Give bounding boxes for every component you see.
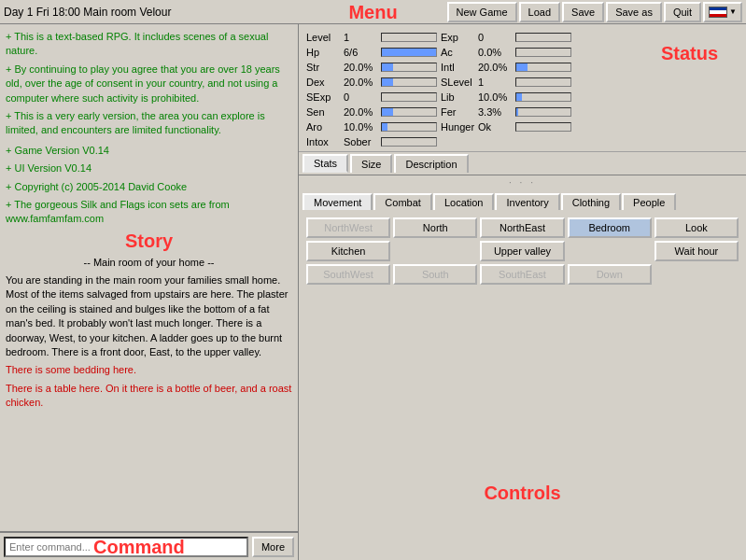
stat-row-hunger: HungerOk [439, 119, 573, 134]
move-kitchen[interactable]: Kitchen [306, 241, 390, 261]
location-description: You are standing in the main room your f… [6, 273, 292, 359]
stat-bar-container [515, 33, 571, 42]
stat-bar-container [515, 107, 571, 117]
location-story: -- Main room of your home -- You are sta… [6, 256, 292, 411]
stat-bar [382, 108, 393, 116]
intro-text: + This is a text-based RPG. It includes … [6, 30, 292, 138]
stat-bar [382, 49, 436, 56]
stat-name: Intox [306, 136, 344, 147]
move-southeast[interactable]: SouthEast [480, 264, 564, 285]
stat-name: Fer [441, 106, 478, 118]
load-button[interactable]: Load [519, 2, 560, 22]
move-south[interactable]: South [393, 264, 477, 285]
new-game-button[interactable]: New Game [447, 2, 517, 22]
ctrl-tab-people[interactable]: People [622, 193, 676, 210]
more-button[interactable]: More [252, 537, 294, 557]
stat-row-hp: Hp6/6 [304, 45, 439, 60]
dots-separator: · · · [299, 175, 746, 189]
stat-bar-container [515, 48, 571, 57]
stat-bar-container [515, 63, 571, 72]
action-look[interactable]: Look [655, 217, 739, 238]
stat-name: Dex [306, 77, 344, 88]
stat-name: Intl [441, 62, 478, 73]
stat-row-str: Str20.0% [304, 60, 439, 75]
stat-bar [516, 63, 528, 71]
stat-value: 0 [344, 91, 381, 103]
move-center-empty [393, 241, 477, 261]
move-empty-2 [568, 241, 652, 261]
move-empty-3 [655, 264, 739, 285]
stat-bar-container [381, 137, 437, 147]
info-tabs: Stats Size Description [299, 152, 746, 175]
stat-row-ac: Ac0.0% [439, 45, 573, 60]
stat-name: SLevel [441, 77, 478, 88]
command-label: Command [93, 537, 185, 558]
ctrl-tab-clothing[interactable]: Clothing [561, 193, 621, 210]
stat-name: Hp [306, 47, 344, 58]
stat-value: 20.0% [344, 62, 381, 73]
stat-row-dex: Dex20.0% [304, 75, 439, 90]
stat-bar-container [515, 77, 571, 87]
language-button[interactable]: ▼ [703, 2, 742, 22]
tab-description[interactable]: Description [394, 154, 468, 173]
stat-bar-container [515, 122, 571, 132]
version-line-1: + Game Version V0.14 [6, 144, 292, 158]
ctrl-tab-location[interactable]: Location [433, 193, 495, 210]
action-wait-hour[interactable]: Wait hour [655, 241, 739, 261]
story-label: Story [6, 231, 292, 252]
stat-value: 1 [478, 77, 515, 88]
version-line-2: + UI Version V0.14 [6, 161, 292, 175]
move-bedroom[interactable]: Bedroom [568, 217, 652, 238]
stat-value: 0 [478, 32, 515, 43]
ctrl-tab-inventory[interactable]: Inventory [495, 193, 559, 210]
stat-value: Ok [478, 121, 515, 133]
stat-bar-container [515, 92, 571, 102]
chevron-down-icon: ▼ [729, 7, 737, 16]
version-text: + Game Version V0.14 + UI Version V0.14 … [6, 144, 292, 227]
stat-name: Ac [441, 47, 478, 58]
stats-grid: Level1Exp0Hp6/6Ac0.0%Str20.0%Intl20.0%De… [304, 30, 510, 149]
stat-row-exp: Exp0 [439, 30, 573, 45]
stat-bar-container [381, 107, 437, 117]
stat-bar-container [381, 77, 437, 87]
move-northwest[interactable]: NorthWest [306, 217, 390, 238]
movement-grid: NorthWest North NorthEast Bedroom Look K… [303, 214, 742, 288]
version-line-4: + The gorgeous Silk and Flags icon sets … [6, 198, 292, 227]
move-northeast[interactable]: NorthEast [480, 217, 564, 238]
save-as-button[interactable]: Save as [606, 2, 662, 22]
command-bar: More Command [0, 532, 298, 560]
stat-value: 6/6 [344, 47, 381, 58]
stat-value: 10.0% [478, 91, 515, 103]
stat-name: Str [306, 62, 344, 73]
stat-row-aro: Aro10.0% [304, 119, 439, 134]
status-section: Level1Exp0Hp6/6Ac0.0%Str20.0%Intl20.0%De… [299, 24, 746, 152]
stat-row-intox: IntoxSober [304, 134, 439, 149]
ctrl-tab-movement[interactable]: Movement [303, 193, 373, 210]
save-button[interactable]: Save [562, 2, 604, 22]
stat-value: 20.0% [344, 77, 381, 88]
status-label: Status [661, 43, 718, 64]
flag-icon [709, 7, 727, 18]
stat-bar-container [381, 48, 437, 57]
tab-stats[interactable]: Stats [303, 154, 348, 173]
move-down[interactable]: Down [568, 264, 652, 285]
controls-section: Movement Combat Location Inventory Cloth… [299, 189, 746, 560]
stat-row-sen: Sen20.0% [304, 105, 439, 119]
stat-name: Hunger [441, 121, 478, 133]
story-area: + This is a text-based RPG. It includes … [0, 24, 298, 532]
move-north[interactable]: North [393, 217, 477, 238]
move-southwest[interactable]: SouthWest [306, 264, 390, 285]
quit-button[interactable]: Quit [664, 2, 701, 22]
stat-row-fer: Fer3.3% [439, 105, 573, 119]
left-panel: + This is a text-based RPG. It includes … [0, 24, 299, 560]
move-upper-valley[interactable]: Upper valley [480, 241, 564, 261]
intro-line-2: + By continuing to play you agree that y… [6, 63, 292, 105]
stat-value: 3.3% [478, 106, 515, 118]
top-bar: Day 1 Fri 18:00 Main room Velour Menu Ne… [0, 0, 746, 24]
control-tabs: Movement Combat Location Inventory Cloth… [303, 193, 742, 210]
stat-name: Lib [441, 91, 478, 103]
main-layout: + This is a text-based RPG. It includes … [0, 24, 746, 560]
intro-line-1: + This is a text-based RPG. It includes … [6, 30, 292, 59]
ctrl-tab-combat[interactable]: Combat [373, 193, 432, 210]
tab-size[interactable]: Size [350, 154, 392, 173]
